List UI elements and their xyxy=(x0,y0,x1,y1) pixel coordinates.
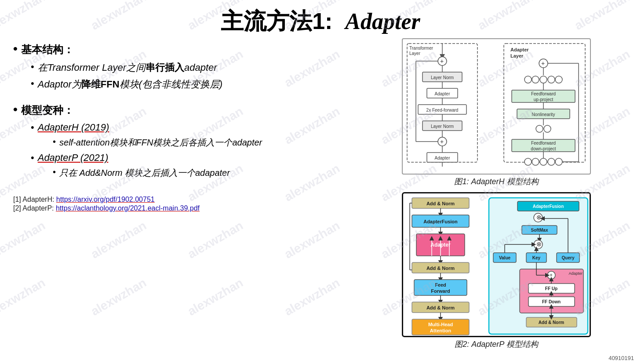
bullet-sub-1-1: 在Transformer Layer之间串行插入adapter xyxy=(31,61,356,74)
svg-point-54 xyxy=(524,158,532,165)
figure1-svg: Transformer Layer + Layer Norm xyxy=(402,38,591,175)
main-content: 主流方法1: Adapter 基本结构： 在Transformer Layer之… xyxy=(0,0,641,364)
bullet-main-2: 模型变种： xyxy=(13,103,356,117)
svg-point-38 xyxy=(555,76,562,83)
svg-point-36 xyxy=(540,76,547,83)
svg-text:Feedforward: Feedforward xyxy=(531,141,556,146)
svg-point-58 xyxy=(555,158,562,165)
svg-point-55 xyxy=(532,158,539,165)
svg-text:Layer Norm: Layer Norm xyxy=(431,124,454,129)
figure1-caption: 图1: AdapterH 模型结构 xyxy=(454,176,538,187)
svg-text:Layer: Layer xyxy=(510,53,524,58)
figure2-svg: Add & Norm AdapterFusion Adapter xyxy=(402,192,591,337)
svg-text:AdapterFusion: AdapterFusion xyxy=(533,204,564,209)
svg-text:Adapter: Adapter xyxy=(510,47,529,52)
footnote-2: [2] AdapterP: https://aclanthology.org/2… xyxy=(13,204,356,212)
section-model-variants: 模型变种： AdapterH (2019) self-attention模块和F… xyxy=(13,103,356,179)
svg-point-37 xyxy=(548,76,555,83)
svg-text:Add & Norm: Add & Norm xyxy=(426,201,455,206)
bullet-main-1: 基本结构： xyxy=(13,43,356,57)
svg-text:2x Feed-forward: 2x Feed-forward xyxy=(426,108,459,113)
bullet-sub-1-1-text: 在Transformer Layer之间串行插入adapter xyxy=(38,61,217,74)
section-2-label: 模型变种： xyxy=(21,103,74,117)
right-panel: Transformer Layer + Layer Norm xyxy=(365,38,628,355)
svg-text:Value: Value xyxy=(499,255,511,260)
svg-point-57 xyxy=(548,158,555,165)
svg-text:Adapter: Adapter xyxy=(568,271,583,276)
adapterp-label: AdapterP (2021) xyxy=(38,152,109,164)
svg-text:Feed: Feed xyxy=(435,282,446,288)
svg-text:AdapterFusion: AdapterFusion xyxy=(423,219,458,224)
svg-text:up-project: up-project xyxy=(534,97,554,102)
section-1-label: 基本结构： xyxy=(21,43,74,57)
footnote-1: [1] AdapterH: https://arxiv.org/pdf/1902… xyxy=(13,196,356,204)
svg-text:Layer: Layer xyxy=(409,51,421,56)
svg-text:+: + xyxy=(550,272,553,278)
svg-text:SoftMax: SoftMax xyxy=(531,228,548,233)
page-title: 主流方法1: Adapter xyxy=(13,9,628,34)
svg-text:+: + xyxy=(440,138,444,145)
svg-text:+: + xyxy=(541,60,545,67)
adapterh-label: AdapterH (2019) xyxy=(38,122,109,133)
svg-text:⊗: ⊗ xyxy=(536,214,542,221)
svg-text:Adapter: Adapter xyxy=(434,91,450,96)
bullet-sub-1-2: Adaptor为降维FFN模块(包含非线性变换层) xyxy=(31,78,356,91)
adapterh-desc: self-attention模块和FFN模块之后各插入一个adapter xyxy=(59,137,262,149)
svg-text:Attention: Attention xyxy=(430,328,452,333)
page-number: 40910191 xyxy=(608,355,634,361)
title-english: Adapter xyxy=(345,9,420,34)
svg-text:down-project: down-project xyxy=(531,146,556,151)
title-chinese: 主流方法1: xyxy=(221,8,332,34)
adapterp-desc: 只在 Add&Norm 模块之后插入一个adapater xyxy=(59,167,230,179)
svg-text:FF Down: FF Down xyxy=(542,299,561,304)
svg-text:Key: Key xyxy=(532,255,541,260)
svg-text:Nonlinearity: Nonlinearity xyxy=(532,112,555,117)
svg-text:Multi-Head: Multi-Head xyxy=(428,322,453,327)
figure2-container: Add & Norm AdapterFusion Adapter xyxy=(365,192,628,349)
svg-text:+: + xyxy=(440,58,444,65)
svg-text:Query: Query xyxy=(562,255,575,260)
svg-text:Forward: Forward xyxy=(431,288,450,294)
svg-text:FF Up: FF Up xyxy=(545,286,557,291)
footnote-2-label: [2] AdapterP: xyxy=(13,204,56,212)
bullet-sub-sub-2-2-1: 只在 Add&Norm 模块之后插入一个adapater xyxy=(53,167,356,179)
left-panel: 基本结构： 在Transformer Layer之间串行插入adapter Ad… xyxy=(13,38,356,355)
bullet-sub-1-2-text: Adaptor为降维FFN模块(包含非线性变换层) xyxy=(38,78,222,91)
figure1-container: Transformer Layer + Layer Norm xyxy=(365,38,628,187)
svg-point-48 xyxy=(544,125,551,132)
svg-text:Add & Norm: Add & Norm xyxy=(426,266,455,271)
svg-point-56 xyxy=(540,158,547,165)
svg-text:⊗: ⊗ xyxy=(536,240,542,248)
svg-point-35 xyxy=(532,76,539,83)
bullet-sub-sub-2-1-1: self-attention模块和FFN模块之后各插入一个adapter xyxy=(53,137,356,149)
svg-point-34 xyxy=(524,76,532,83)
content-area: 基本结构： 在Transformer Layer之间串行插入adapter Ad… xyxy=(13,38,628,355)
figure2-caption: 图2: AdapterP 模型结构 xyxy=(455,339,538,349)
svg-text:Add & Norm: Add & Norm xyxy=(539,320,564,325)
svg-text:Transformer: Transformer xyxy=(409,46,433,51)
svg-text:Feedforward: Feedforward xyxy=(531,91,556,96)
bullet-sub-2-1: AdapterH (2019) xyxy=(31,122,356,133)
section-basic-structure: 基本结构： 在Transformer Layer之间串行插入adapter Ad… xyxy=(13,43,356,91)
svg-text:Add & Norm: Add & Norm xyxy=(426,305,455,310)
svg-text:Adapter: Adapter xyxy=(434,156,450,160)
footnote-1-label: [1] AdapterH: xyxy=(13,196,56,203)
footnotes: [1] AdapterH: https://arxiv.org/pdf/1902… xyxy=(13,191,356,212)
footnote-2-link[interactable]: https://aclanthology.org/2021.eacl-main.… xyxy=(56,204,200,212)
svg-point-47 xyxy=(536,125,543,132)
footnote-1-link[interactable]: https://arxiv.org/pdf/1902.00751 xyxy=(56,196,155,203)
bullet-sub-2-2: AdapterP (2021) xyxy=(31,152,356,164)
svg-text:Layer Norm: Layer Norm xyxy=(431,75,454,80)
